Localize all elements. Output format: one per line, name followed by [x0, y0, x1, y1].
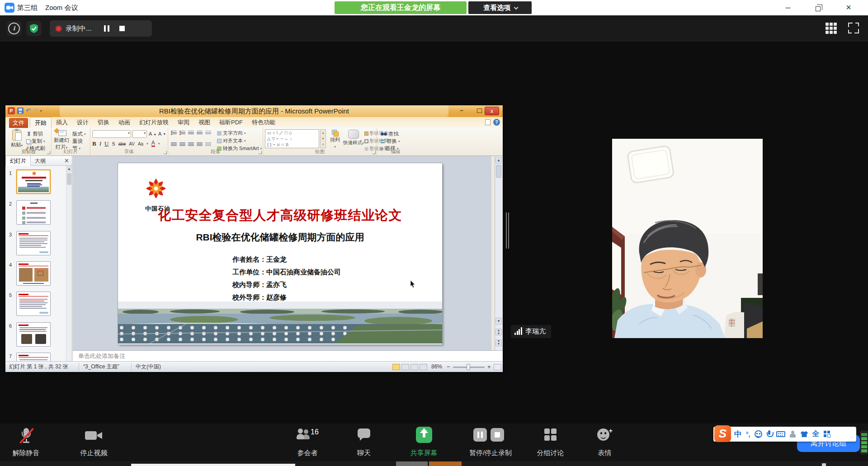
ime-emoji-icon[interactable]: [755, 430, 762, 438]
text-direction-button[interactable]: 文字方向▾: [217, 130, 246, 137]
reset-button[interactable]: 重设: [72, 138, 83, 145]
shape-gallery-scrollbar[interactable]: ▴▾≡: [320, 129, 326, 148]
tab-slideshow[interactable]: 幻灯片放映: [135, 117, 173, 128]
tab-special-features[interactable]: 特色功能: [247, 117, 280, 128]
reactions-button[interactable]: + 表情: [583, 424, 626, 461]
previous-slide-button[interactable]: ▲▲: [495, 329, 502, 335]
underline-icon[interactable]: U: [104, 140, 108, 147]
thumbnails-scrollbar[interactable]: ▲: [66, 166, 72, 361]
sogou-input-icon[interactable]: S: [714, 425, 731, 442]
notes-pane[interactable]: 单击此处添加备注: [73, 350, 503, 361]
meeting-info-icon[interactable]: [6, 21, 22, 36]
pause-recording-button[interactable]: [101, 23, 113, 34]
font-color-icon[interactable]: A: [151, 141, 155, 147]
tab-file[interactable]: 文件: [9, 118, 28, 128]
participants-button[interactable]: 16 参会者: [278, 424, 337, 461]
slideshow-view-icon[interactable]: [420, 364, 427, 370]
align-text-button[interactable]: 对齐文本▾: [217, 137, 246, 144]
stop-recording-button[interactable]: [116, 23, 128, 34]
minimize-ribbon-icon[interactable]: [485, 119, 491, 125]
gallery-view-icon[interactable]: [826, 23, 837, 34]
copy-button[interactable]: 复制▾: [26, 138, 45, 145]
slide-thumbnail-3[interactable]: [16, 231, 51, 255]
view-options-button[interactable]: 查看选项: [468, 1, 532, 14]
fit-to-window-icon[interactable]: [494, 364, 501, 370]
tab-transitions[interactable]: 切换: [93, 117, 114, 128]
zoom-out-icon[interactable]: −: [447, 362, 450, 372]
zoom-slider[interactable]: [453, 367, 485, 368]
slide-sorter-view-icon[interactable]: [401, 364, 409, 370]
editor-scrollbar[interactable]: ▲ ▼ ▲▲ ▼▼: [495, 156, 502, 350]
tab-slides-thumbnails[interactable]: 幻灯片: [5, 156, 31, 166]
ime-skin-icon[interactable]: [801, 431, 808, 437]
italic-icon[interactable]: I: [99, 140, 101, 147]
align-center-icon[interactable]: [179, 142, 185, 147]
stop-recording-icon[interactable]: [491, 428, 504, 442]
zoom-in-icon[interactable]: +: [487, 362, 491, 372]
tab-outline[interactable]: 大纲: [31, 156, 50, 166]
justify-icon[interactable]: [197, 142, 203, 147]
unmute-button[interactable]: 解除静音: [2, 424, 50, 461]
increase-indent-icon[interactable]: [197, 131, 203, 135]
close-pane-icon[interactable]: ✕: [64, 157, 69, 164]
tab-foxit-pdf[interactable]: 福昕PDF: [215, 117, 247, 128]
scroll-up-icon[interactable]: ▲: [495, 157, 502, 164]
ime-account-icon[interactable]: [789, 431, 797, 438]
quick-styles-button[interactable]: 快速样式▾: [343, 130, 364, 146]
layout-button[interactable]: 版式▾: [72, 131, 86, 137]
undo-icon[interactable]: ↶: [26, 108, 31, 114]
ime-voice-icon[interactable]: [766, 430, 772, 438]
tab-home[interactable]: 开始: [30, 117, 52, 128]
next-slide-button[interactable]: ▼▼: [495, 339, 502, 346]
redo-icon[interactable]: ↷: [33, 108, 38, 114]
shadow-icon[interactable]: S: [112, 140, 115, 147]
paragraph-dialog-launcher[interactable]: [259, 151, 262, 154]
zoom-slider-thumb[interactable]: [467, 364, 470, 370]
ime-punctuation-mode[interactable]: °,: [746, 431, 750, 438]
arrange-button[interactable]: 排列▾: [327, 130, 343, 149]
bold-icon[interactable]: B: [92, 140, 96, 147]
share-screen-button[interactable]: 共享屏幕: [393, 424, 454, 461]
tab-insert[interactable]: 插入: [52, 117, 72, 128]
chat-button[interactable]: 聊天: [341, 424, 387, 461]
strikethrough-icon[interactable]: abe: [118, 141, 126, 146]
cut-button[interactable]: 剪切: [26, 131, 43, 137]
slide-thumbnail-7[interactable]: [16, 353, 51, 361]
align-right-icon[interactable]: [188, 142, 194, 147]
tab-review[interactable]: 审阅: [173, 117, 194, 128]
tab-view[interactable]: 视图: [194, 117, 215, 128]
columns-icon[interactable]: [205, 142, 211, 147]
stop-video-button[interactable]: 停止视频: [66, 424, 122, 461]
tab-design[interactable]: 设计: [72, 117, 93, 128]
font-name-combobox[interactable]: [92, 130, 131, 138]
scroll-down-icon[interactable]: ▼: [495, 318, 502, 325]
character-spacing-icon[interactable]: AV: [129, 141, 135, 146]
shape-gallery[interactable]: ▭○\／□◇△▽⌐¬←↓{}~∪∩S: [265, 129, 319, 148]
slide-thumbnail-6[interactable]: [16, 322, 51, 347]
ppt-close-button[interactable]: x: [485, 107, 499, 115]
close-button[interactable]: ×: [839, 0, 858, 15]
security-shield-icon[interactable]: [26, 21, 42, 36]
ime-toolbox-icon[interactable]: [824, 431, 830, 438]
paste-button[interactable]: 粘贴▾: [8, 130, 25, 148]
shrink-font-button[interactable]: A▼: [158, 131, 166, 137]
decrease-indent-icon[interactable]: [188, 131, 194, 135]
maximize-button[interactable]: [808, 0, 827, 15]
slide-canvas[interactable]: 中国石油 化工安全复合型人才高级研修班结业论文 RBI检验在优化储罐检修周期方面…: [118, 163, 442, 344]
change-case-icon[interactable]: Aa: [138, 141, 143, 146]
scroll-up-icon[interactable]: ▲: [66, 166, 72, 172]
tab-animations[interactable]: 动画: [114, 117, 135, 128]
slide-thumbnail-2[interactable]: [16, 200, 51, 225]
drawing-dialog-launcher[interactable]: [373, 151, 376, 154]
ppt-restore-button[interactable]: [477, 108, 482, 113]
minimize-button[interactable]: –: [778, 0, 797, 15]
scrollbar-thumb[interactable]: [67, 173, 71, 185]
bullets-icon[interactable]: [171, 131, 177, 135]
help-icon[interactable]: ?: [493, 119, 500, 126]
fullscreen-icon[interactable]: [848, 23, 859, 33]
save-icon[interactable]: [17, 108, 24, 114]
reading-view-icon[interactable]: [410, 364, 418, 370]
slide-thumbnail-5[interactable]: [16, 292, 51, 316]
layout-divider-handle[interactable]: [506, 212, 510, 249]
breakout-rooms-button[interactable]: 分组讨论: [520, 424, 581, 461]
